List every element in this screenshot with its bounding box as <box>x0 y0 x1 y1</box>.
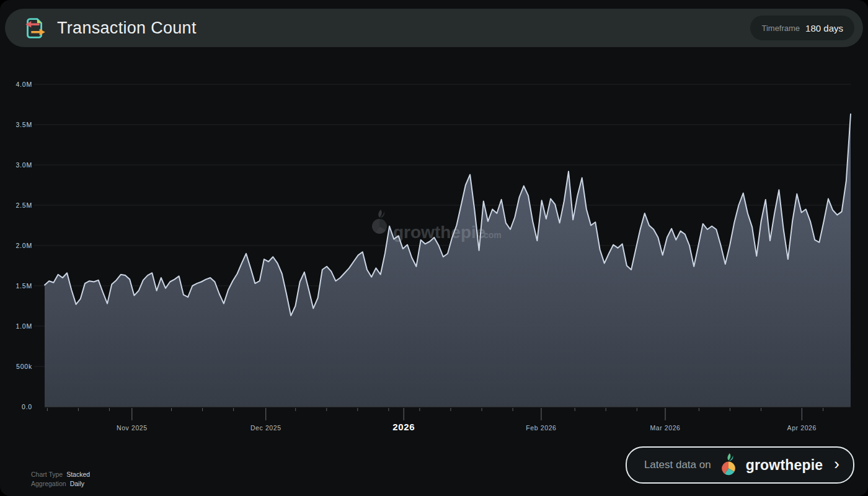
transaction-count-chart[interactable]: 0.0500k1.0M1.5M2.0M2.5M3.0M3.5M4.0Mgrowt… <box>0 0 868 496</box>
svg-text:Dec 2025: Dec 2025 <box>250 424 281 432</box>
cta-brand: growthepie <box>746 457 823 474</box>
growthepie-logo-icon <box>717 453 740 477</box>
svg-text:1.0M: 1.0M <box>16 322 32 330</box>
svg-text:.com: .com <box>481 230 502 240</box>
chart-type-label: Chart Type <box>31 470 63 479</box>
svg-text:1.5M: 1.5M <box>16 282 32 290</box>
chevron-right-icon: › <box>834 456 839 472</box>
chart-type-value: Stacked <box>66 470 90 479</box>
chart-meta: Chart Type Stacked Aggregation Daily <box>31 470 90 489</box>
aggregation-label: Aggregation <box>31 479 66 489</box>
svg-text:Nov 2025: Nov 2025 <box>117 424 148 432</box>
growthepie-chart-page: 0.0500k1.0M1.5M2.0M2.5M3.0M3.5M4.0Mgrowt… <box>0 0 868 496</box>
svg-text:0.0: 0.0 <box>22 403 32 410</box>
svg-text:2.0M: 2.0M <box>16 242 32 249</box>
svg-text:500k: 500k <box>16 363 32 370</box>
latest-data-button[interactable]: Latest data on growthepie › <box>626 446 854 484</box>
timeframe-value: 180 days <box>805 23 843 33</box>
timeframe-label: Timeframe <box>761 24 800 33</box>
svg-text:2026: 2026 <box>392 422 415 432</box>
svg-text:2.5M: 2.5M <box>16 202 32 209</box>
svg-text:4.0M: 4.0M <box>16 81 32 88</box>
x-axis: Nov 2025Dec 20252026Feb 2026Mar 2026Apr … <box>45 407 851 433</box>
svg-text:3.5M: 3.5M <box>16 121 32 128</box>
transactions-icon <box>21 14 50 42</box>
svg-text:Feb 2026: Feb 2026 <box>526 424 556 432</box>
svg-text:growthepie: growthepie <box>393 223 485 242</box>
cta-prefix: Latest data on <box>644 459 711 471</box>
chart-header: Transaction Count Timeframe 180 days <box>5 9 863 47</box>
area-series <box>45 114 851 407</box>
aggregation-value: Daily <box>70 479 84 489</box>
timeframe-selector[interactable]: Timeframe 180 days <box>750 16 854 40</box>
page-title: Transaction Count <box>57 19 197 38</box>
svg-text:Mar 2026: Mar 2026 <box>650 424 680 432</box>
svg-text:3.0M: 3.0M <box>16 161 32 169</box>
svg-text:Apr 2026: Apr 2026 <box>787 424 817 432</box>
